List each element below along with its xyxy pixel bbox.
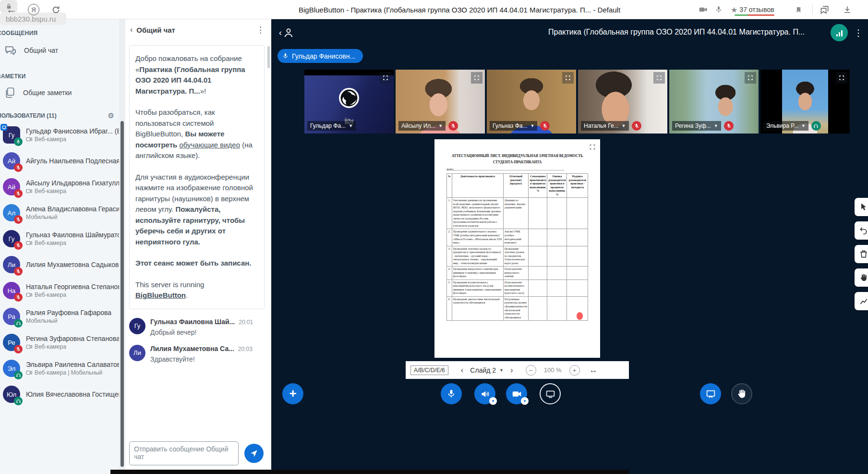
camera-permission-icon[interactable] — [696, 0, 711, 19]
browser-toolbar: ← Я bbb230.bspu.ru BigBlueButton - Практ… — [0, 0, 868, 19]
webcam-dropdown-chevron-icon[interactable]: ▼ — [521, 397, 529, 405]
chat-options-menu-icon[interactable]: ⋮ — [256, 25, 265, 35]
table-cell — [567, 198, 588, 229]
reviews-label: 37 отзывов — [739, 6, 774, 13]
user-list-item[interactable]: Ра Ралия Рауфовна Гафарова Мобильный — [0, 304, 119, 329]
table-cell — [529, 198, 547, 229]
user-name: Гульдар Фанисовна Ибраг... (Вы) — [26, 127, 119, 135]
clear-annotations-button[interactable] — [855, 245, 868, 263]
webcam-user-label[interactable]: Гульдар Фа...▼ — [307, 121, 356, 131]
users-settings-gear-icon[interactable]: ⚙ — [108, 111, 114, 120]
public-chat-panel: ‹ Общий чат ⋮ Добро пожаловать на собран… — [125, 19, 271, 474]
actions-plus-button[interactable]: + — [282, 383, 303, 404]
user-list-item[interactable]: Ай Айсылу Ильдаровна Гизатулли... Веб-ка… — [0, 174, 119, 200]
mic-icon — [282, 53, 289, 59]
user-list-item[interactable]: Гу Гульназ Фаиловна Шаймуратова Веб-каме… — [0, 226, 119, 252]
audio-settings-button[interactable]: ▼ — [474, 383, 495, 404]
document-subtitle: СТУДЕНТА-ПРАКТИКАНТА — [446, 160, 588, 164]
sidebar-item-shared-notes[interactable]: Общие заметки — [0, 83, 119, 102]
multi-user-whiteboard-button[interactable] — [855, 292, 868, 310]
users-list-scrollbar[interactable] — [119, 19, 125, 474]
table-cell — [567, 246, 588, 267]
bookmark-icon[interactable] — [791, 0, 806, 19]
user-device: Веб-камера — [26, 136, 119, 143]
browser-back-icon[interactable]: ← — [3, 0, 20, 19]
avatar: На — [3, 282, 20, 299]
tile-fullscreen-icon[interactable] — [836, 72, 847, 84]
webcam-tile[interactable]: Гульдар Фа...▼ — [304, 70, 394, 134]
messages-section-header: СООБЩЕНИЯ — [0, 30, 38, 36]
webcam-tile[interactable]: Гульназ Фа...▼ — [487, 70, 576, 134]
table-cell: Проведение сравнительного анализа УМК (у… — [452, 229, 503, 246]
mute-microphone-button[interactable] — [441, 383, 462, 404]
webcam-tile[interactable]: Наталья Ге...▼ — [578, 70, 667, 134]
chevron-down-icon: ▼ — [499, 368, 504, 373]
talking-indicator[interactable]: Гульдар Фанисовн... — [277, 49, 363, 63]
user-list-item[interactable]: Гу Гульдар Фанисовна Ибраг... (Вы) Веб-к… — [0, 122, 119, 148]
webcam-tile[interactable]: Регина Зуф...▼ — [669, 70, 759, 134]
undo-icon — [859, 226, 868, 235]
pan-tool-button[interactable] — [855, 268, 868, 287]
slide-pages-label[interactable]: A/B/C/D/E/6 — [410, 365, 448, 375]
browser-refresh-icon[interactable] — [47, 0, 64, 19]
attestation-table: №Деятельность практикантаОтчетный докуме… — [446, 173, 588, 321]
connection-status-button[interactable] — [831, 24, 848, 41]
chat-message-input[interactable] — [129, 441, 239, 465]
collections-icon[interactable] — [816, 0, 832, 19]
restore-presentation-button[interactable] — [700, 383, 721, 404]
table-cell: 5. — [447, 280, 452, 296]
browser-tab-title: BigBlueButton - Практика (Глобальная гру… — [299, 0, 620, 19]
user-list-item[interactable]: Ли Лилия Мухаметовна Садыкова — [0, 252, 119, 278]
reviews-rating[interactable]: ★ 37 отзывов — [731, 0, 774, 19]
webcam-share-button[interactable]: ▼ — [506, 383, 527, 404]
previous-slide-button[interactable]: ‹ — [461, 365, 464, 375]
tile-fullscreen-icon[interactable] — [471, 72, 482, 84]
shared-notes-label: Общие заметки — [23, 89, 72, 97]
meeting-options-menu-icon[interactable]: ⋮ — [853, 24, 864, 41]
table-cell: Проведение зачетных уроков по предметам.… — [503, 246, 528, 267]
zoom-out-button[interactable]: − — [526, 365, 536, 376]
tile-fullscreen-icon[interactable] — [562, 72, 574, 84]
user-list-item[interactable]: Ре Регина Зуфаровна Степанова Веб-камера — [0, 329, 119, 355]
whiteboard-tools-button[interactable] — [855, 198, 868, 216]
zoom-in-button[interactable]: + — [569, 365, 580, 376]
tile-fullscreen-icon[interactable] — [653, 72, 665, 84]
user-list-item[interactable]: Ай Айгуль Наильевна Подлесная — [0, 148, 119, 174]
mic-permission-icon[interactable] — [712, 0, 725, 19]
toggle-userlist-button[interactable]: ‹ — [279, 27, 294, 38]
user-list-item[interactable]: Эл Эльвира Раилевна Салаватова Веб-камер… — [0, 355, 119, 381]
webcam-tile[interactable]: Айсылу Ил...▼ — [396, 70, 485, 134]
fit-to-width-button[interactable]: ↔ — [590, 365, 598, 375]
raise-hand-button[interactable] — [731, 383, 752, 404]
downloads-icon[interactable] — [839, 0, 856, 19]
webcam-user-label[interactable]: Гульназ Фа...▼ — [490, 121, 537, 131]
sidebar-item-public-chat[interactable]: Общий чат — [0, 41, 119, 60]
next-slide-button[interactable]: › — [510, 365, 513, 375]
user-name: Наталья Георгиевна Степанова — [26, 283, 119, 291]
yandex-browser-icon[interactable]: Я — [25, 0, 42, 19]
user-list-item[interactable]: Ал Алена Владиславовна Гераси... Мобильн… — [0, 200, 119, 226]
slide-select-dropdown[interactable]: Слайд 2 ▼ — [470, 366, 504, 374]
chart-line-icon — [859, 296, 868, 306]
tile-fullscreen-icon[interactable] — [745, 72, 756, 84]
scrollbar-thumb[interactable] — [121, 121, 124, 467]
presentation-fullscreen-icon[interactable] — [587, 142, 598, 152]
user-list-item[interactable]: На Наталья Георгиевна Степанова Веб-каме… — [0, 278, 119, 304]
webcam-user-label[interactable]: Регина Зуф...▼ — [672, 121, 721, 131]
webcam-user-label[interactable]: Айсылу Ил...▼ — [398, 121, 446, 131]
tile-fullscreen-icon[interactable] — [380, 72, 391, 84]
avatar: Ли — [129, 345, 145, 361]
user-list-item[interactable]: Юл Юлия Вячеславовна Гостищева — [0, 381, 119, 407]
audio-dropdown-chevron-icon[interactable]: ▼ — [489, 397, 497, 405]
webcam-tile[interactable]: Эльвира Р...▼ — [760, 70, 850, 134]
send-message-button[interactable] — [244, 444, 264, 463]
user-status-badge — [14, 319, 23, 328]
undo-annotation-button[interactable] — [855, 221, 868, 240]
chat-scrollbar-thumb[interactable] — [267, 46, 270, 68]
screenshare-button[interactable] — [540, 383, 561, 404]
chat-collapse-chevron-icon[interactable]: ‹ — [130, 25, 133, 34]
presentation-slide[interactable]: АТТЕСТАЦИОННЫЙ ЛИСТ. ИНДИВИДУАЛЬНАЯ ЗАЧЕ… — [434, 139, 600, 358]
webcam-user-label[interactable]: Наталья Ге...▼ — [581, 121, 629, 131]
webcam-icon — [26, 292, 33, 298]
webcam-user-label[interactable]: Эльвира Р...▼ — [763, 121, 808, 131]
